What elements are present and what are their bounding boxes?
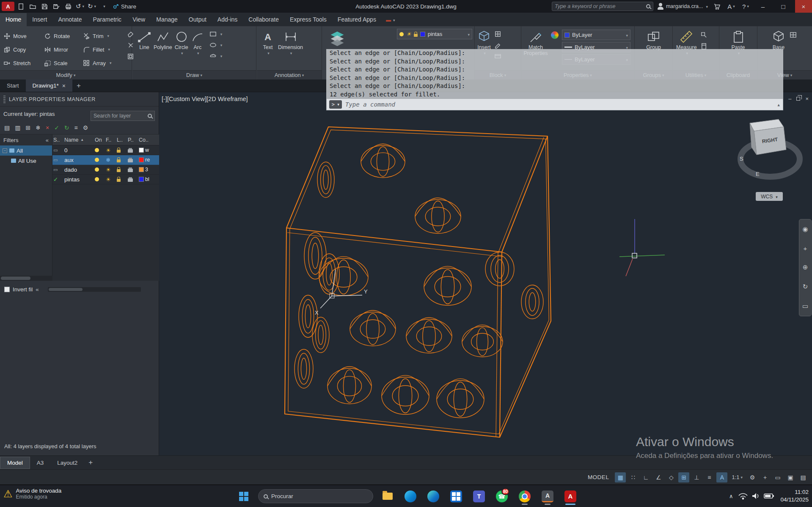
app-store-button[interactable] [711, 1, 722, 11]
showmotion-tool[interactable]: ▭ [802, 302, 808, 310]
layer-lock-cell[interactable] [117, 157, 128, 162]
clock[interactable]: 11:02 04/11/2025 [780, 488, 809, 504]
collapse-panel-icon[interactable] [36, 286, 39, 293]
new-frozen-layer-button[interactable]: ❄ [36, 124, 41, 131]
model-space-indicator[interactable]: MODEL [588, 474, 609, 480]
layer-color[interactable]: w [139, 147, 159, 153]
taskbar-app-chrome[interactable] [516, 488, 533, 505]
new-file-button[interactable] [15, 1, 26, 11]
new-drawing-tab-button[interactable] [72, 79, 85, 92]
list-scrollbar[interactable] [48, 287, 141, 292]
command-options-icon[interactable] [329, 100, 342, 109]
account-menu[interactable]: margarida.cra... [657, 3, 708, 10]
close-tab-icon[interactable] [62, 82, 66, 89]
start-button[interactable] [235, 488, 252, 505]
layer-on-icon[interactable] [95, 158, 99, 162]
new-group-filter-button[interactable]: ▥ [15, 124, 20, 131]
collapse-filters-icon[interactable] [46, 137, 49, 143]
set-current-layer-button[interactable]: ✓ [54, 124, 59, 131]
open-file-button[interactable] [27, 1, 38, 11]
color-wheel-icon[interactable] [551, 31, 559, 39]
layer-settings-button[interactable]: ⚙ [83, 124, 88, 131]
layer-plot-cell[interactable] [128, 167, 139, 172]
isodraft-toggle[interactable]: ◇ [666, 472, 677, 482]
ribbon-tab-collaborate[interactable]: Collaborate [243, 13, 284, 26]
tree-collapse-icon[interactable] [3, 148, 7, 153]
layer-thaw-icon[interactable]: ☀ [106, 176, 117, 183]
layer-row-dado[interactable]: ▭dado☀3 [52, 165, 159, 175]
taskbar-search-input[interactable]: Procurar [258, 489, 373, 503]
new-layer-button[interactable]: ⊞ [25, 124, 30, 131]
qat-customize-button[interactable] [98, 1, 109, 11]
isolate-objects-button[interactable]: ▤ [798, 472, 809, 482]
layer-on-cell[interactable] [95, 167, 106, 172]
move-button[interactable]: Move [3, 29, 44, 43]
layer-on-icon[interactable] [95, 148, 99, 152]
annotation-visibility-toggle[interactable]: A [716, 472, 727, 482]
minimize-window-button[interactable]: – [754, 0, 771, 13]
rotate-button[interactable]: Rotate [44, 29, 83, 43]
layer-color[interactable]: 3 [139, 167, 159, 173]
layer-plot-icon[interactable] [128, 178, 133, 182]
plot-button[interactable] [63, 1, 74, 11]
compass-east-label[interactable]: E [756, 171, 760, 177]
add-status-item-button[interactable]: + [760, 472, 771, 482]
mirror-button[interactable]: Mirror [44, 43, 83, 56]
redo-button[interactable]: ↻ [86, 1, 97, 11]
layer-lock-icon[interactable] [117, 150, 121, 153]
scale-button[interactable]: Scale [44, 56, 83, 70]
taskbar-app-file-explorer[interactable] [379, 488, 396, 505]
layer-lock-icon[interactable] [117, 159, 121, 162]
layer-lock-cell[interactable] [117, 148, 128, 153]
ribbon-tab-featured-apps[interactable]: Featured Apps [332, 13, 382, 26]
steering-wheel-tool[interactable]: ◉ [802, 225, 808, 233]
close-window-button[interactable]: × [795, 0, 812, 13]
clean-screen-toggle[interactable]: ▭ [772, 472, 783, 482]
maximize-window-button[interactable]: □ [775, 0, 792, 13]
dynamic-ucs-toggle[interactable]: ⊥ [691, 472, 702, 482]
save-as-button[interactable] [51, 1, 62, 11]
help-search-input[interactable]: Type a keyword or phrase [552, 2, 653, 11]
viewport-close-icon[interactable]: × [805, 96, 809, 102]
dice-wireframe-model[interactable]: XY [159, 92, 812, 455]
layer-combo[interactable]: ☀ pintas [397, 29, 472, 39]
compass-south-label[interactable]: S [740, 156, 743, 162]
layer-plot-cell[interactable] [128, 158, 139, 162]
zoom-tool[interactable]: ⊕ [803, 263, 808, 271]
layout-tab-model[interactable]: Model [0, 457, 30, 469]
customization-button[interactable]: ⚙ [747, 472, 758, 482]
undo-button[interactable]: ↺ [74, 1, 85, 11]
dimension-button[interactable]: Dimension [278, 26, 303, 70]
help-button[interactable]: ? [740, 1, 751, 11]
wcs-dropdown[interactable]: WCS [756, 192, 783, 201]
ribbon-tab-parametric[interactable]: Parametric [87, 13, 127, 26]
polyline-button[interactable]: Polyline [154, 26, 172, 70]
trim-button[interactable]: Trim [83, 29, 127, 43]
layer-row-pintas[interactable]: ✓pintas☀bl [52, 175, 159, 184]
annotation-scale-button[interactable]: 1:1 [729, 474, 745, 480]
share-button[interactable]: Share [113, 3, 136, 10]
taskbar-app-teams[interactable] [471, 488, 487, 505]
app-menu-button[interactable] [2, 2, 14, 11]
pan-tool[interactable]: + [804, 245, 807, 252]
hardware-acceleration-button[interactable]: ▣ [785, 472, 796, 482]
layer-frozen-icon[interactable]: ❄ [106, 156, 117, 163]
viewport-restore-icon[interactable] [796, 97, 800, 101]
system-tray-icons[interactable] [738, 492, 775, 500]
file-tab-start[interactable]: Start [0, 79, 26, 92]
layer-lock-cell[interactable] [117, 177, 128, 182]
layer-plot-cell[interactable] [128, 148, 139, 153]
layer-row-0[interactable]: ▭0☀w [52, 145, 159, 155]
snap-toggle[interactable]: ∷ [628, 472, 639, 482]
new-property-filter-button[interactable]: ▤ [4, 124, 10, 131]
layer-lock-icon[interactable] [117, 169, 121, 172]
viewport-controls-label[interactable]: [-][Custom View][2D Wireframe] [162, 96, 248, 102]
ribbon-tab-view[interactable]: View [127, 13, 151, 26]
text-button[interactable]: AText [261, 26, 275, 70]
polar-tracking-toggle[interactable]: ∠ [653, 472, 664, 482]
tray-expand-icon[interactable] [729, 493, 733, 499]
layer-color[interactable]: re [139, 157, 159, 163]
layer-plot-icon[interactable] [128, 149, 133, 153]
fillet-button[interactable]: Fillet [83, 43, 127, 56]
layer-row-aux[interactable]: ▭aux❄re [52, 155, 159, 165]
